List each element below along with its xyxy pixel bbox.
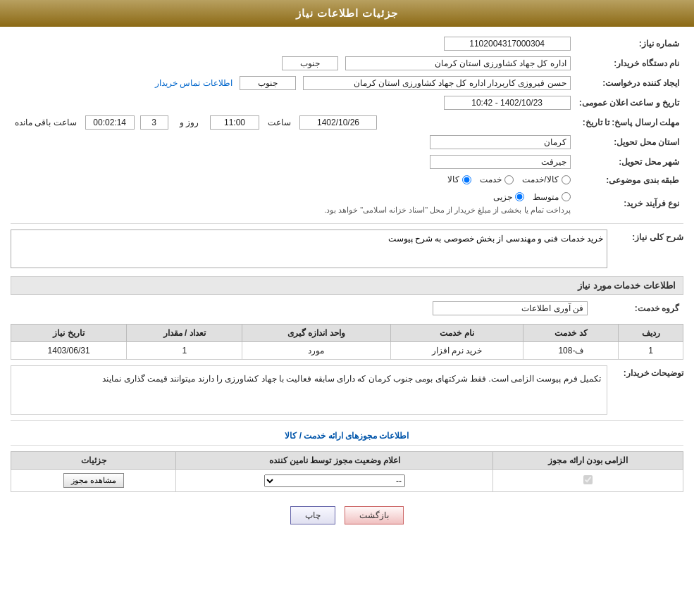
col-row: ردیف [619,325,683,342]
category-label: طبقه بندی موضوعی: [575,172,683,189]
province-label: استان محل تحویل: [575,132,683,152]
view-license-button[interactable]: مشاهده مجوز [63,473,124,488]
col-code: کد خدمت [523,325,619,342]
requester-field: حسن فیروزی کاربردار اداره کل جهاد کشاورز… [303,76,571,90]
category-kala-radio[interactable] [462,175,471,184]
services-table: ردیف کد خدمت نام خدمت واحد اندازه گیری ت… [11,324,683,360]
cell-unit: مورد [242,342,390,360]
page-wrapper: جزئیات اطلاعات نیاز شماره نیاز: 11020043… [0,0,694,616]
category-kala-label: کالا [447,175,459,184]
service-group-field: فن آوری اطلاعات [433,301,588,315]
response-deadline-value: 1402/10/26 ساعت 11:00 روز و 3 00:02:14 س… [11,113,575,132]
category-khedmat-radio[interactable] [504,175,514,184]
divider-1 [11,223,683,224]
divider-2 [11,420,683,421]
buyer-note-text: تکمیل فرم پیوست الزامی است. فقط شرکتهای … [11,365,607,415]
general-desc-section: شرح کلی نیاز: // Fill textarea after DOM… [11,230,683,270]
buyer-org-sub-field: جنوب [282,56,338,70]
license-required-cell [493,470,683,492]
need-number-value: 1102004317000304 [11,34,575,54]
buyer-org-value: اداره کل جهاد کشاورزی استان کرمان جنوب [11,54,575,73]
announce-date-label: تاریخ و ساعت اعلان عمومی: [575,93,683,113]
general-desc-label: شرح کلی نیاز: [613,230,683,242]
response-time-label: ساعت [268,118,291,127]
info-table: شماره نیاز: 1102004317000304 نام دستگاه … [11,34,683,218]
col-unit: واحد اندازه گیری [242,325,390,342]
col-date: تاریخ نیاز [11,325,127,342]
city-value: جیرفت [11,152,575,172]
service-group-value: فن آوری اطلاعات [11,298,592,318]
cell-date: 1403/06/31 [11,342,127,360]
license-status-select[interactable]: -- [264,474,405,487]
buyer-org-field: اداره کل جهاد کشاورزی استان کرمان [345,56,571,70]
general-desc-content: // Fill textarea after DOM load document… [11,230,613,270]
cell-code: ف-108 [523,342,619,360]
print-button[interactable]: چاپ [290,506,335,524]
response-days-label: روز و [180,118,199,127]
announce-date-field: 1402/10/23 - 10:42 [444,96,571,110]
purchase-jozi-label: جزیی [493,192,512,202]
response-days-field: 3 [140,115,168,130]
purchase-motavaset-option[interactable]: متوسط [533,192,571,202]
category-kala-khedmat-label: کالا/خدمت [522,175,558,184]
col-required: الزامی بودن ارائه مجوز [493,452,683,470]
general-desc-textarea[interactable] [11,230,607,268]
requester-label: ایجاد کننده درخواست: [575,73,683,93]
table-row: 1ف-108خرید نرم افزارمورد11403/06/31 [11,342,683,360]
purchase-type-label: نوع فرآیند خرید: [575,189,683,218]
return-button[interactable]: بازگشت [345,506,404,524]
purchase-type-options: متوسط جزیی پرداخت تمام یا بخشی از مبلغ خ… [11,189,575,218]
cell-qty: 1 [127,342,242,360]
license-status-cell: -- [176,470,493,492]
contact-link[interactable]: اطلاعات تماس خریدار [155,78,233,88]
requester-value: حسن فیروزی کاربردار اداره کل جهاد کشاورز… [11,73,575,93]
cell-name: خرید نرم افزار [390,342,523,360]
bottom-buttons: بازگشت چاپ [11,506,683,524]
need-number-field: 1102004317000304 [444,37,571,51]
page-title: جزئیات اطلاعات نیاز [296,7,398,19]
buyer-org-label: نام دستگاه خریدار: [575,54,683,73]
need-number-label: شماره نیاز: [575,34,683,54]
announce-date-value: 1402/10/23 - 10:42 [11,93,575,113]
category-options: کالا/خدمت خدمت کالا [11,172,575,189]
purchase-jozi-option[interactable]: جزیی [493,192,524,202]
category-kala-khedmat-option[interactable]: کالا/خدمت [522,175,570,184]
col-status: اعلام وضعیت مجوز توسط نامین کننده [176,452,493,470]
category-kala-khedmat-radio[interactable] [562,175,571,184]
service-info-title: اطلاعات خدمات مورد نیاز [11,276,683,295]
buyer-note-section: توضیحات خریدار: تکمیل فرم پیوست الزامی ا… [11,365,683,415]
col-details: جزئیات [11,452,176,470]
purchase-jozi-radio[interactable] [515,192,524,201]
purchase-motavaset-radio[interactable] [562,192,571,201]
license-table: الزامی بودن ارائه مجوز اعلام وضعیت مجوز … [11,451,683,492]
response-date-field: 1402/10/26 [299,115,377,130]
purchase-note: پرداخت تمام یا بخشی از مبلغ خریدار از مح… [15,206,571,215]
page-header: جزئیات اطلاعات نیاز [0,0,694,27]
main-content: شماره نیاز: 1102004317000304 نام دستگاه … [0,27,694,542]
province-field: کرمان [430,135,571,149]
license-details-cell: مشاهده مجوز [11,470,176,492]
response-remaining-label: ساعت باقی مانده [15,118,77,127]
category-kala-option[interactable]: کالا [447,175,471,184]
col-name: نام خدمت [390,325,523,342]
category-khedmat-label: خدمت [480,175,502,184]
table-row: -- مشاهده مجوز [11,470,683,492]
response-deadline-label: مهلت ارسال پاسخ: تا تاریخ: [575,113,683,132]
category-khedmat-option[interactable]: خدمت [480,175,514,184]
response-time-field: 11:00 [210,115,259,130]
city-label: شهر محل تحویل: [575,152,683,172]
col-qty: تعداد / مقدار [127,325,242,342]
city-field: جیرفت [430,155,571,169]
response-remaining-field: 00:02:14 [85,115,135,130]
service-group-label: گروه خدمت: [592,298,683,318]
license-section-title: اطلاعات مجوزهای ارائه خدمت / کالا [11,427,683,446]
requester-sub-field: جنوب [240,76,296,90]
buyer-note-label: توضیحات خریدار: [613,365,683,378]
province-value: کرمان [11,132,575,152]
buyer-note-content: تکمیل فرم پیوست الزامی است. فقط شرکتهای … [11,365,613,415]
purchase-motavaset-label: متوسط [533,192,559,202]
cell-row: 1 [619,342,683,360]
license-required-checkbox [583,475,593,484]
service-group-table: گروه خدمت: فن آوری اطلاعات [11,298,683,318]
